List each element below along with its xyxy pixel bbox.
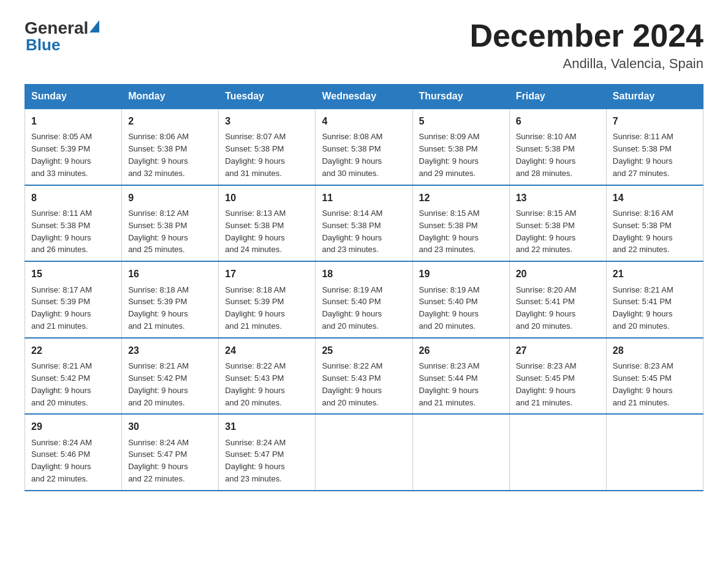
calendar-cell: 20Sunrise: 8:20 AMSunset: 5:41 PMDayligh… — [509, 261, 606, 338]
day-info: Sunrise: 8:23 AMSunset: 5:45 PMDaylight:… — [516, 361, 577, 407]
header-wednesday: Wednesday — [316, 85, 412, 109]
day-info: Sunrise: 8:12 AMSunset: 5:38 PMDaylight:… — [128, 209, 189, 255]
calendar-cell: 27Sunrise: 8:23 AMSunset: 5:45 PMDayligh… — [509, 338, 606, 415]
day-number: 11 — [322, 191, 406, 205]
day-info: Sunrise: 8:09 AMSunset: 5:38 PMDaylight:… — [419, 132, 480, 178]
calendar-cell: 4Sunrise: 8:08 AMSunset: 5:38 PMDaylight… — [316, 109, 412, 185]
calendar-week-row: 8Sunrise: 8:11 AMSunset: 5:38 PMDaylight… — [25, 185, 703, 262]
day-number: 17 — [225, 267, 309, 281]
day-number: 28 — [613, 343, 697, 358]
calendar-cell: 12Sunrise: 8:15 AMSunset: 5:38 PMDayligh… — [412, 185, 509, 262]
calendar-cell: 2Sunrise: 8:06 AMSunset: 5:38 PMDaylight… — [122, 109, 219, 185]
calendar-cell — [509, 414, 606, 491]
day-info: Sunrise: 8:24 AMSunset: 5:47 PMDaylight:… — [128, 438, 189, 484]
logo-triangle-icon — [89, 20, 99, 33]
day-number: 5 — [419, 114, 503, 128]
day-number: 7 — [613, 114, 697, 128]
day-info: Sunrise: 8:24 AMSunset: 5:47 PMDaylight:… — [225, 438, 286, 484]
calendar-header-row: SundayMondayTuesdayWednesdayThursdayFrid… — [25, 85, 703, 109]
day-number: 21 — [613, 267, 697, 281]
calendar-cell: 28Sunrise: 8:23 AMSunset: 5:45 PMDayligh… — [606, 338, 703, 415]
day-info: Sunrise: 8:07 AMSunset: 5:38 PMDaylight:… — [225, 132, 286, 178]
day-number: 20 — [516, 267, 600, 281]
day-number: 29 — [31, 419, 115, 434]
calendar-cell — [316, 414, 412, 491]
day-info: Sunrise: 8:14 AMSunset: 5:38 PMDaylight:… — [322, 209, 382, 255]
day-info: Sunrise: 8:18 AMSunset: 5:39 PMDaylight:… — [225, 285, 286, 331]
day-info: Sunrise: 8:16 AMSunset: 5:38 PMDaylight:… — [613, 209, 673, 255]
day-number: 31 — [225, 419, 309, 434]
day-number: 19 — [419, 267, 503, 281]
calendar-cell: 10Sunrise: 8:13 AMSunset: 5:38 PMDayligh… — [219, 185, 316, 262]
calendar-cell — [412, 414, 509, 491]
month-title: December 2024 — [469, 18, 703, 53]
header-saturday: Saturday — [606, 85, 703, 109]
calendar-cell: 16Sunrise: 8:18 AMSunset: 5:39 PMDayligh… — [122, 261, 219, 338]
day-number: 16 — [128, 267, 212, 281]
day-number: 1 — [31, 114, 115, 128]
day-info: Sunrise: 8:05 AMSunset: 5:39 PMDaylight:… — [31, 132, 92, 178]
calendar-cell: 5Sunrise: 8:09 AMSunset: 5:38 PMDaylight… — [412, 109, 509, 185]
header-monday: Monday — [122, 85, 219, 109]
calendar-cell: 3Sunrise: 8:07 AMSunset: 5:38 PMDaylight… — [219, 109, 316, 185]
calendar-cell: 6Sunrise: 8:10 AMSunset: 5:38 PMDaylight… — [509, 109, 606, 185]
day-number: 8 — [31, 191, 115, 205]
calendar-cell: 26Sunrise: 8:23 AMSunset: 5:44 PMDayligh… — [412, 338, 509, 415]
day-number: 27 — [516, 343, 600, 358]
day-number: 23 — [128, 343, 212, 358]
calendar-cell: 11Sunrise: 8:14 AMSunset: 5:38 PMDayligh… — [316, 185, 412, 262]
day-info: Sunrise: 8:22 AMSunset: 5:43 PMDaylight:… — [322, 361, 382, 407]
day-info: Sunrise: 8:21 AMSunset: 5:42 PMDaylight:… — [128, 361, 189, 407]
header-friday: Friday — [509, 85, 606, 109]
day-info: Sunrise: 8:06 AMSunset: 5:38 PMDaylight:… — [128, 132, 189, 178]
calendar-cell: 7Sunrise: 8:11 AMSunset: 5:38 PMDaylight… — [606, 109, 703, 185]
day-info: Sunrise: 8:19 AMSunset: 5:40 PMDaylight:… — [419, 285, 480, 331]
calendar-cell: 21Sunrise: 8:21 AMSunset: 5:41 PMDayligh… — [606, 261, 703, 338]
day-info: Sunrise: 8:18 AMSunset: 5:39 PMDaylight:… — [128, 285, 189, 331]
logo-blue: Blue — [26, 36, 60, 55]
day-number: 2 — [128, 114, 212, 128]
day-number: 26 — [419, 343, 503, 358]
calendar-cell: 15Sunrise: 8:17 AMSunset: 5:39 PMDayligh… — [25, 261, 122, 338]
calendar-cell: 25Sunrise: 8:22 AMSunset: 5:43 PMDayligh… — [316, 338, 412, 415]
calendar-cell: 17Sunrise: 8:18 AMSunset: 5:39 PMDayligh… — [219, 261, 316, 338]
day-number: 22 — [31, 343, 115, 358]
header-sunday: Sunday — [25, 85, 122, 109]
day-info: Sunrise: 8:19 AMSunset: 5:40 PMDaylight:… — [322, 285, 382, 331]
day-info: Sunrise: 8:15 AMSunset: 5:38 PMDaylight:… — [516, 209, 577, 255]
day-number: 10 — [225, 191, 309, 205]
day-info: Sunrise: 8:21 AMSunset: 5:41 PMDaylight:… — [613, 285, 673, 331]
day-info: Sunrise: 8:08 AMSunset: 5:38 PMDaylight:… — [322, 132, 382, 178]
header-right: December 2024 Andilla, Valencia, Spain — [469, 18, 703, 72]
day-number: 24 — [225, 343, 309, 358]
calendar-cell: 23Sunrise: 8:21 AMSunset: 5:42 PMDayligh… — [122, 338, 219, 415]
day-info: Sunrise: 8:17 AMSunset: 5:39 PMDaylight:… — [31, 285, 92, 331]
header-tuesday: Tuesday — [219, 85, 316, 109]
day-number: 15 — [31, 267, 115, 281]
day-info: Sunrise: 8:21 AMSunset: 5:42 PMDaylight:… — [31, 361, 92, 407]
day-number: 13 — [516, 191, 600, 205]
calendar-cell — [606, 414, 703, 491]
calendar-cell: 30Sunrise: 8:24 AMSunset: 5:47 PMDayligh… — [122, 414, 219, 491]
calendar-cell: 1Sunrise: 8:05 AMSunset: 5:39 PMDaylight… — [25, 109, 122, 185]
calendar-cell: 8Sunrise: 8:11 AMSunset: 5:38 PMDaylight… — [25, 185, 122, 262]
logo: General Blue — [25, 18, 99, 55]
day-number: 14 — [613, 191, 697, 205]
day-number: 25 — [322, 343, 406, 358]
day-info: Sunrise: 8:10 AMSunset: 5:38 PMDaylight:… — [516, 132, 577, 178]
day-number: 30 — [128, 419, 212, 434]
calendar-cell: 14Sunrise: 8:16 AMSunset: 5:38 PMDayligh… — [606, 185, 703, 262]
day-info: Sunrise: 8:24 AMSunset: 5:46 PMDaylight:… — [31, 438, 92, 484]
calendar-cell: 29Sunrise: 8:24 AMSunset: 5:46 PMDayligh… — [25, 414, 122, 491]
location-subtitle: Andilla, Valencia, Spain — [469, 56, 703, 72]
calendar-cell: 18Sunrise: 8:19 AMSunset: 5:40 PMDayligh… — [316, 261, 412, 338]
day-number: 4 — [322, 114, 406, 128]
calendar-cell: 19Sunrise: 8:19 AMSunset: 5:40 PMDayligh… — [412, 261, 509, 338]
day-number: 12 — [419, 191, 503, 205]
calendar-cell: 24Sunrise: 8:22 AMSunset: 5:43 PMDayligh… — [219, 338, 316, 415]
day-info: Sunrise: 8:23 AMSunset: 5:44 PMDaylight:… — [419, 361, 480, 407]
calendar-cell: 9Sunrise: 8:12 AMSunset: 5:38 PMDaylight… — [122, 185, 219, 262]
calendar-week-row: 1Sunrise: 8:05 AMSunset: 5:39 PMDaylight… — [25, 109, 703, 185]
calendar-week-row: 15Sunrise: 8:17 AMSunset: 5:39 PMDayligh… — [25, 261, 703, 338]
day-number: 18 — [322, 267, 406, 281]
